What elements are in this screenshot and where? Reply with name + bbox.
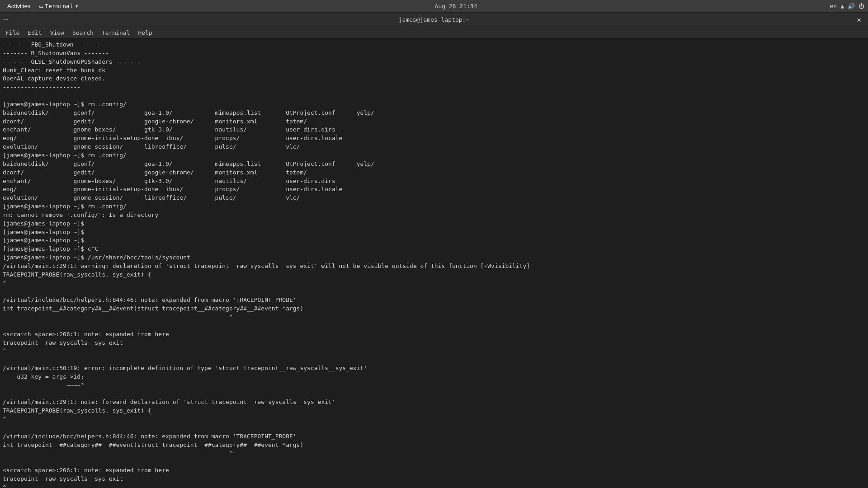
window-title: james@james-laptop:~ (399, 16, 470, 23)
terminal-taskbar-button[interactable]: ▭ Terminal ▾ (36, 2, 82, 10)
menu-help[interactable]: Help (135, 28, 156, 37)
terminal-output[interactable]: ------- FBO_Shutdown ------- ------- R_S… (0, 39, 868, 488)
volume-icon: 🔊 (848, 3, 855, 9)
terminal-taskbar-label: Terminal (45, 3, 73, 9)
window-icon: ▭ (4, 15, 13, 24)
window-title-bar: ▭ james@james-laptop:~ ✕ (0, 13, 868, 27)
system-bar-right: en ▲ 🔊 ⏻ (830, 3, 864, 9)
menu-file[interactable]: File (2, 28, 23, 37)
network-icon: ▲ (840, 3, 844, 9)
terminal-window: ▭ james@james-laptop:~ ✕ File Edit View … (0, 13, 868, 488)
menu-search[interactable]: Search (69, 28, 97, 37)
menu-terminal[interactable]: Terminal (98, 28, 134, 37)
close-button[interactable]: ✕ (854, 14, 864, 25)
system-bar: Activities ▭ Terminal ▾ Aug 26 21:34 en … (0, 0, 868, 13)
terminal-taskbar-icon: ▭ (39, 3, 43, 9)
power-icon: ⏻ (859, 3, 864, 9)
menu-bar: File Edit View Search Terminal Help (0, 27, 868, 39)
system-bar-left: Activities ▭ Terminal ▾ (4, 2, 82, 10)
terminal-taskbar-arrow: ▾ (75, 3, 79, 9)
title-bar-right: ✕ (854, 14, 864, 25)
menu-edit[interactable]: Edit (24, 28, 45, 37)
menu-view[interactable]: View (47, 28, 68, 37)
system-datetime: Aug 26 21:34 (435, 3, 477, 9)
activities-button[interactable]: Activities (4, 2, 34, 10)
title-bar-left: ▭ (4, 15, 15, 24)
locale-indicator: en (830, 3, 837, 9)
